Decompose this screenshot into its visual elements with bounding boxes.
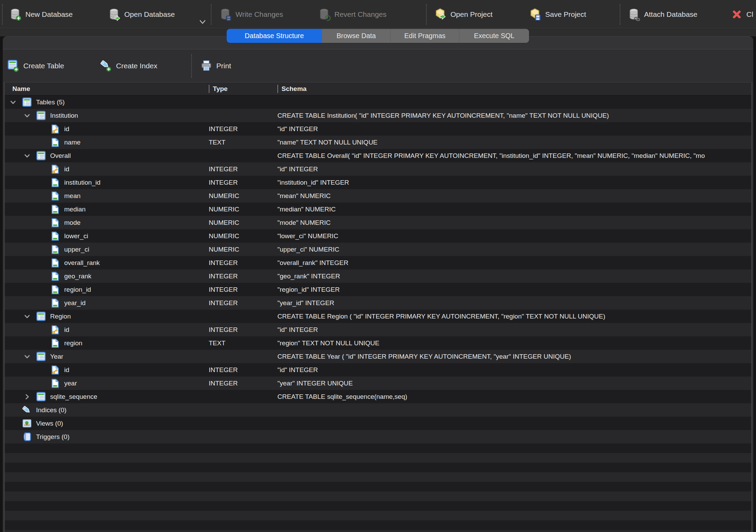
- tree-row-institution[interactable]: InstitutionCREATE TABLE Institution( "id…: [5, 109, 751, 122]
- chevron-down-icon[interactable]: [22, 310, 36, 323]
- tree-row-lower-ci[interactable]: lower_ciNUMERIC"lower_ci" NUMERIC: [5, 229, 751, 243]
- column-header-type[interactable]: Type: [213, 82, 228, 95]
- close-database-button[interactable]: Cl: [731, 0, 753, 28]
- tree-row-views-0[interactable]: Views (0): [5, 417, 751, 430]
- tab-label: Database Structure: [245, 32, 304, 40]
- cell-type: NUMERIC: [209, 189, 277, 203]
- create-table-button[interactable]: Create Table: [8, 49, 64, 82]
- cell-name: id: [64, 165, 69, 173]
- revert-changes-button[interactable]: Revert Changes: [319, 0, 387, 28]
- empty-stripe: [5, 443, 751, 453]
- tree-row-name[interactable]: nameTEXT"name" TEXT NOT NULL UNIQUE: [5, 136, 751, 149]
- cell-name: sqlite_sequence: [50, 393, 97, 401]
- tree-row-region-id[interactable]: region_idINTEGER"region_id" INTEGER: [5, 283, 751, 296]
- tree-row-triggers-0[interactable]: Triggers (0): [5, 430, 751, 443]
- tree-row-mode[interactable]: modeNUMERIC"mode" NUMERIC: [5, 216, 751, 229]
- open-project-button[interactable]: Open Project: [435, 0, 493, 28]
- cell-name: Indices (0): [36, 406, 67, 414]
- open-database-button[interactable]: Open Database: [108, 0, 175, 28]
- cell-schema: "overall_rank" INTEGER: [277, 256, 751, 269]
- cell-type: INTEGER: [209, 363, 277, 377]
- table-icon: [36, 151, 46, 161]
- chevron-down-icon[interactable]: [22, 109, 36, 122]
- tab-browse-data[interactable]: Browse Data: [322, 29, 391, 43]
- cell-type: INTEGER: [209, 296, 277, 310]
- chevron-spacer: [36, 256, 50, 269]
- cell-type: [209, 109, 277, 122]
- tree-row-institution-id[interactable]: institution_idINTEGER"institution_id" IN…: [5, 176, 751, 189]
- tree-row-indices-0[interactable]: Indices (0): [5, 403, 751, 417]
- cell-name: Tables (5): [36, 99, 65, 106]
- print-button[interactable]: Print: [201, 49, 231, 82]
- cell-schema: CREATE TABLE Year ( "id" INTEGER PRIMARY…: [277, 350, 751, 363]
- tree-row-id[interactable]: idINTEGER"id" INTEGER: [5, 323, 751, 336]
- cell-schema: "lower_ci" NUMERIC: [277, 229, 751, 243]
- write-changes-button[interactable]: Write Changes: [220, 0, 283, 28]
- column-resize-handle[interactable]: [277, 85, 278, 93]
- column-header-name[interactable]: Name: [12, 82, 30, 95]
- tab-database-structure[interactable]: Database Structure: [227, 29, 322, 43]
- cell-type: INTEGER: [209, 176, 277, 189]
- attach-database-label: Attach Database: [644, 10, 697, 19]
- tree-row-year[interactable]: yearINTEGER"year" INTEGER UNIQUE: [5, 377, 751, 390]
- open-project-label: Open Project: [450, 10, 493, 19]
- chevron-spacer: [36, 216, 50, 229]
- chevron-down-icon[interactable]: [22, 149, 36, 162]
- tree-row-sqlite-sequence[interactable]: sqlite_sequenceCREATE TABLE sqlite_seque…: [5, 390, 751, 403]
- tree-row-overall-rank[interactable]: overall_rankINTEGER"overall_rank" INTEGE…: [5, 256, 751, 269]
- chevron-spacer: [36, 176, 50, 189]
- tree-row-year[interactable]: YearCREATE TABLE Year ( "id" INTEGER PRI…: [5, 350, 751, 363]
- tree-row-median[interactable]: medianNUMERIC"median" NUMERIC: [5, 203, 751, 216]
- field-icon: [50, 204, 60, 215]
- cell-name: region: [64, 339, 82, 347]
- cell-type: TEXT: [209, 136, 277, 149]
- chevron-down-icon[interactable]: [22, 350, 36, 363]
- cell-type: NUMERIC: [209, 203, 277, 216]
- column-resize-handle[interactable]: [209, 85, 209, 93]
- tab-execute-sql[interactable]: Execute SQL: [459, 29, 529, 43]
- chevron-spacer: [36, 283, 50, 296]
- create-index-label: Create Index: [116, 62, 157, 70]
- field-pk-icon: [50, 124, 60, 134]
- tree-row-region[interactable]: RegionCREATE TABLE Region ( "id" INTEGER…: [5, 310, 751, 323]
- cell-schema: "id" INTEGER: [277, 363, 751, 377]
- tree-row-year-id[interactable]: year_idINTEGER"year_id" INTEGER: [5, 296, 751, 310]
- save-project-button[interactable]: Save Project: [529, 0, 586, 28]
- cell-name: Year: [50, 353, 63, 360]
- cell-name: Region: [50, 313, 71, 320]
- cell-type: [209, 430, 277, 443]
- tree-row-tables-5[interactable]: Tables (5): [5, 95, 751, 109]
- database-attach-icon: [628, 8, 641, 21]
- toolbar-overflow-chevron-icon[interactable]: [198, 17, 207, 27]
- cell-name: id: [64, 326, 69, 334]
- tree-row-overall[interactable]: OverallCREATE TABLE Overall( "id" INTEGE…: [5, 149, 751, 162]
- tab-edit-pragmas[interactable]: Edit Pragmas: [391, 29, 459, 43]
- chevron-right-icon[interactable]: [22, 390, 36, 403]
- cell-schema: "institution_id" INTEGER: [277, 176, 751, 189]
- tree-row-id[interactable]: idINTEGER"id" INTEGER: [5, 363, 751, 377]
- tree-row-id[interactable]: idINTEGER"id" INTEGER: [5, 122, 751, 136]
- new-database-button[interactable]: New Database: [10, 0, 73, 28]
- project-open-icon: [435, 8, 447, 21]
- empty-stripe: [5, 520, 751, 530]
- database-revert-icon: [319, 8, 331, 21]
- create-index-icon: [100, 60, 112, 72]
- empty-stripe: [5, 491, 751, 501]
- cell-type: INTEGER: [209, 283, 277, 296]
- chevron-down-icon[interactable]: [8, 95, 22, 109]
- tree-row-id[interactable]: idINTEGER"id" INTEGER: [5, 162, 751, 176]
- tree-row-upper-ci[interactable]: upper_ciNUMERIC"upper_ci" NUMERIC: [5, 243, 751, 256]
- database-new-icon: [10, 8, 22, 21]
- cell-schema: [277, 417, 751, 430]
- tree-row-mean[interactable]: meanNUMERIC"mean" NUMERIC: [5, 189, 751, 203]
- cell-name: lower_ci: [64, 232, 88, 240]
- tree-row-geo-rank[interactable]: geo_rankINTEGER"geo_rank" INTEGER: [5, 269, 751, 283]
- column-header-schema[interactable]: Schema: [282, 82, 307, 95]
- database-open-icon: [108, 8, 121, 21]
- cell-schema: "id" INTEGER: [277, 323, 751, 336]
- tree-row-region[interactable]: regionTEXT"region" TEXT NOT NULL UNIQUE: [5, 336, 751, 350]
- cell-name: mode: [64, 219, 81, 227]
- field-icon: [50, 271, 60, 281]
- attach-database-button[interactable]: Attach Database: [628, 0, 697, 28]
- create-index-button[interactable]: Create Index: [100, 49, 157, 82]
